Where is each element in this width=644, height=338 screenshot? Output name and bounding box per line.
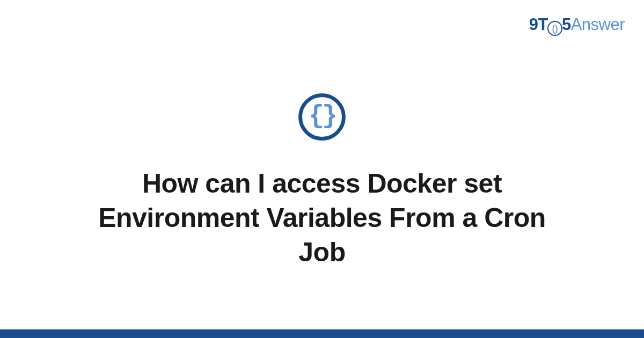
braces-icon: {} (309, 103, 335, 129)
code-circle-icon: {} (298, 93, 346, 141)
page-title: How can I access Docker set Environment … (75, 166, 569, 269)
icon-wrapper: {} (298, 93, 346, 141)
main-content: {} How can I access Docker set Environme… (0, 0, 644, 338)
bottom-accent-bar (0, 329, 644, 338)
